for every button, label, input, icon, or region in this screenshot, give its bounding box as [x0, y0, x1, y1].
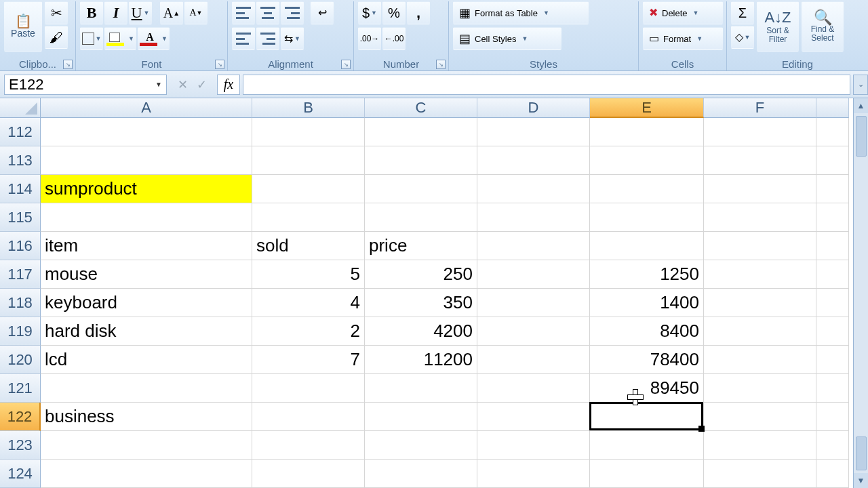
- cell-G116[interactable]: [816, 232, 849, 260]
- cell-E114[interactable]: [590, 175, 704, 203]
- cell-G121[interactable]: [816, 374, 849, 403]
- row-header-113[interactable]: 113: [0, 146, 41, 175]
- cell-F122[interactable]: [704, 403, 816, 431]
- cell-F114[interactable]: [704, 175, 816, 203]
- font-launcher-icon[interactable]: ↘: [215, 60, 224, 69]
- cell-B112[interactable]: [252, 118, 365, 146]
- cell-F115[interactable]: [704, 203, 816, 232]
- scroll-down-button[interactable]: ▼: [854, 473, 868, 488]
- column-header-A[interactable]: A: [41, 98, 252, 118]
- cell-D122[interactable]: [477, 403, 590, 431]
- cell-C114[interactable]: [365, 175, 477, 203]
- cell-E112[interactable]: [590, 118, 704, 146]
- cell-D114[interactable]: [477, 175, 590, 203]
- fill-color-button[interactable]: ▼: [104, 27, 136, 50]
- cell-E113[interactable]: [590, 146, 704, 175]
- cell-C120[interactable]: 11200: [365, 346, 477, 374]
- cell-F123[interactable]: [704, 431, 816, 460]
- decrease-decimal-button[interactable]: ←.00: [382, 27, 406, 50]
- cell-B121[interactable]: [252, 374, 365, 403]
- merge-center-button[interactable]: ⇆▼: [281, 27, 304, 50]
- name-box[interactable]: E122 ▼: [4, 75, 167, 95]
- clear-button[interactable]: ◇▼: [731, 26, 754, 49]
- decrease-indent-button[interactable]: [232, 27, 255, 50]
- cell-G112[interactable]: [816, 118, 849, 146]
- sort-filter-button[interactable]: A↓Z Sort & Filter: [757, 1, 799, 52]
- cell-D112[interactable]: [477, 118, 590, 146]
- cell-D115[interactable]: [477, 203, 590, 232]
- column-header-C[interactable]: C: [365, 98, 477, 118]
- cell-C123[interactable]: [365, 431, 477, 460]
- cell-B119[interactable]: 2: [252, 317, 365, 346]
- cell-G117[interactable]: [816, 260, 849, 289]
- cell-B115[interactable]: [252, 203, 365, 232]
- row-header-112[interactable]: 112: [0, 118, 41, 146]
- cell-C122[interactable]: [365, 403, 477, 431]
- cell-F116[interactable]: [704, 232, 816, 260]
- cell-G115[interactable]: [816, 203, 849, 232]
- cell-F118[interactable]: [704, 289, 816, 317]
- cell-D118[interactable]: [477, 289, 590, 317]
- format-as-table-button[interactable]: ▦ Format as Table ▼: [453, 1, 589, 24]
- cell-E123[interactable]: [590, 431, 704, 460]
- italic-button[interactable]: I: [104, 1, 127, 24]
- cell-E115[interactable]: [590, 203, 704, 232]
- cell-D123[interactable]: [477, 431, 590, 460]
- cell-A116[interactable]: item: [41, 232, 252, 260]
- cell-A119[interactable]: hard disk: [41, 317, 252, 346]
- cell-A117[interactable]: mouse: [41, 260, 252, 289]
- font-color-button[interactable]: A▼: [138, 27, 170, 50]
- row-header-114[interactable]: 114: [0, 175, 41, 203]
- name-box-dropdown-icon[interactable]: ▼: [155, 81, 162, 88]
- increase-decimal-button[interactable]: .00→: [358, 27, 381, 50]
- cell-A115[interactable]: [41, 203, 252, 232]
- cell-C116[interactable]: price: [365, 232, 477, 260]
- align-top-button[interactable]: [232, 1, 255, 24]
- cell-E116[interactable]: [590, 232, 704, 260]
- cell-G118[interactable]: [816, 289, 849, 317]
- accounting-format-button[interactable]: $▼: [358, 1, 381, 24]
- cell-F119[interactable]: [704, 317, 816, 346]
- cell-G122[interactable]: [816, 403, 849, 431]
- cell-D120[interactable]: [477, 346, 590, 374]
- cell-F120[interactable]: [704, 346, 816, 374]
- cell-B113[interactable]: [252, 146, 365, 175]
- scroll-thumb[interactable]: [856, 116, 867, 157]
- cell-F112[interactable]: [704, 118, 816, 146]
- cell-A122[interactable]: business: [41, 403, 252, 431]
- row-header-124[interactable]: 124: [0, 460, 41, 488]
- cell-A124[interactable]: [41, 460, 252, 488]
- cell-F124[interactable]: [704, 460, 816, 488]
- row-header-123[interactable]: 123: [0, 431, 41, 460]
- find-select-button[interactable]: 🔍 Find & Select: [802, 1, 844, 52]
- row-header-120[interactable]: 120: [0, 346, 41, 374]
- decrease-font-button[interactable]: A▼: [184, 1, 208, 24]
- cell-D119[interactable]: [477, 317, 590, 346]
- expand-formula-bar-button[interactable]: ⌄: [853, 75, 868, 95]
- cell-F113[interactable]: [704, 146, 816, 175]
- cell-E118[interactable]: 1400: [590, 289, 704, 317]
- cell-B120[interactable]: 7: [252, 346, 365, 374]
- cell-F117[interactable]: [704, 260, 816, 289]
- delete-cells-button[interactable]: ✖ Delete ▼: [643, 1, 723, 24]
- cell-G119[interactable]: [816, 317, 849, 346]
- vertical-scrollbar[interactable]: ▲ ▼: [853, 98, 868, 488]
- cell-B124[interactable]: [252, 460, 365, 488]
- cell-F121[interactable]: [704, 374, 816, 403]
- cell-G120[interactable]: [816, 346, 849, 374]
- row-header-117[interactable]: 117: [0, 260, 41, 289]
- cell-D116[interactable]: [477, 232, 590, 260]
- row-header-118[interactable]: 118: [0, 289, 41, 317]
- cell-A114[interactable]: sumproduct: [41, 175, 252, 203]
- cell-B118[interactable]: 4: [252, 289, 365, 317]
- cell-styles-button[interactable]: ▤ Cell Styles ▼: [453, 27, 561, 50]
- cell-G114[interactable]: [816, 175, 849, 203]
- cell-E124[interactable]: [590, 460, 704, 488]
- cell-B114[interactable]: [252, 175, 365, 203]
- cut-button[interactable]: ✂: [45, 1, 68, 24]
- cell-E117[interactable]: 1250: [590, 260, 704, 289]
- column-header-F[interactable]: F: [704, 98, 816, 118]
- row-header-119[interactable]: 119: [0, 317, 41, 346]
- cell-D117[interactable]: [477, 260, 590, 289]
- row-header-122[interactable]: 122: [0, 403, 41, 431]
